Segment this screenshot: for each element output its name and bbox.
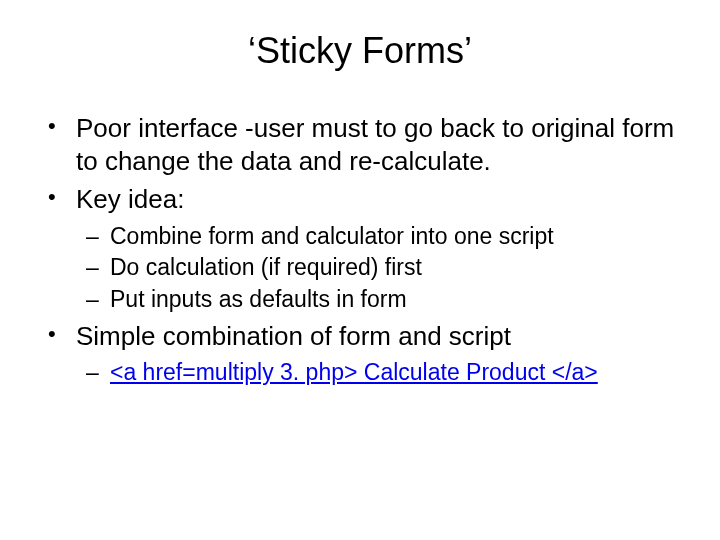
bullet-item: Poor interface -user must to go back to … (30, 112, 690, 177)
sub-bullet-item: Put inputs as defaults in form (76, 285, 690, 314)
bullet-item: Key idea: Combine form and calculator in… (30, 183, 690, 314)
sub-bullet-item: Combine form and calculator into one scr… (76, 222, 690, 251)
bullet-text: Poor interface -user must to go back to … (76, 113, 674, 176)
sub-bullet-item: Do calculation (if required) first (76, 253, 690, 282)
sub-bullet-item: <a href=multiply 3. php> Calculate Produ… (76, 358, 690, 387)
bullet-item: Simple combination of form and script <a… (30, 320, 690, 387)
code-link[interactable]: <a href=multiply 3. php> Calculate Produ… (110, 359, 598, 385)
bullet-list-level1: Poor interface -user must to go back to … (30, 112, 690, 387)
slide-title: ‘Sticky Forms’ (30, 30, 690, 72)
sub-bullet-text: Do calculation (if required) first (110, 254, 422, 280)
sub-bullet-text: Combine form and calculator into one scr… (110, 223, 554, 249)
bullet-list-level2: Combine form and calculator into one scr… (76, 222, 690, 314)
sub-bullet-text: Put inputs as defaults in form (110, 286, 407, 312)
bullet-text: Key idea: (76, 184, 184, 214)
bullet-list-level2: <a href=multiply 3. php> Calculate Produ… (76, 358, 690, 387)
slide-content: Poor interface -user must to go back to … (30, 112, 690, 387)
bullet-text: Simple combination of form and script (76, 321, 511, 351)
